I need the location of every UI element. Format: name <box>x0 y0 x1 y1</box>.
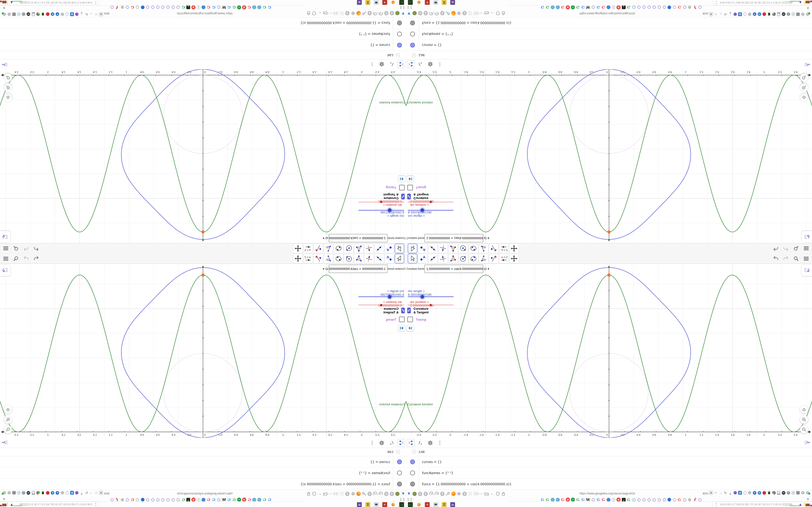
home-button[interactable] <box>800 405 808 413</box>
gear-icon[interactable] <box>60 12 64 16</box>
arc-length-slider-knob[interactable] <box>388 209 392 212</box>
visibility-dot-funcs[interactable] <box>410 20 415 25</box>
app-firefox[interactable] <box>391 0 396 5</box>
favicon-ring[interactable] <box>637 498 641 502</box>
zoom-in-button[interactable] <box>4 83 12 92</box>
trash-icon[interactable] <box>41 491 45 495</box>
folder-icon[interactable] <box>323 11 328 16</box>
pen-icon[interactable] <box>75 491 79 495</box>
app-firefox[interactable] <box>416 0 421 5</box>
cam-icon[interactable] <box>395 491 400 496</box>
app-purple-cat[interactable]: ω <box>450 502 455 507</box>
favicon-ring[interactable] <box>171 498 175 502</box>
ghost-icon[interactable] <box>340 491 344 496</box>
tool-conic[interactable] <box>469 243 478 253</box>
tool-angle[interactable]: α <box>323 254 333 264</box>
arc-length-slider-knob[interactable] <box>420 295 424 299</box>
graphics-view[interactable]: -2.4-2.2-2-1.8-1.6-1.4-1.2-1-0.8-0.6-0.4… <box>406 69 812 243</box>
dot-dark-icon[interactable]: UD <box>27 12 31 16</box>
favicon-ring[interactable] <box>591 498 595 502</box>
dropdown-arrow-icon[interactable]: ▼ <box>487 267 490 271</box>
wrench-icon[interactable] <box>801 12 805 16</box>
algebra-row-curves[interactable]: curves = {} <box>406 40 812 51</box>
favicon-G[interactable]: G <box>596 5 600 9</box>
tree-view-button[interactable] <box>407 60 415 68</box>
favicon-G[interactable]: G <box>267 498 272 502</box>
pinwheel-icon[interactable] <box>772 491 776 495</box>
arc-point[interactable] <box>202 231 204 233</box>
gauge-icon[interactable] <box>378 11 383 16</box>
plus-blue-icon[interactable]: + <box>55 12 60 16</box>
folder-icon[interactable] <box>484 491 489 496</box>
arc-position-slider-knob[interactable] <box>430 201 432 203</box>
tool-circle[interactable] <box>344 243 354 253</box>
globe-icon[interactable] <box>440 491 445 496</box>
clipboard-icon[interactable] <box>31 12 36 16</box>
globe-icon[interactable] <box>418 491 422 496</box>
favicon-ring[interactable] <box>146 5 150 9</box>
favicon-ring[interactable] <box>217 498 221 502</box>
address-url[interactable]: https://www.geogebra.org/classic/aagcxh3… <box>579 492 635 495</box>
favicon-G[interactable]: G <box>131 498 135 502</box>
cam-icon[interactable] <box>412 491 417 496</box>
app-terminal[interactable]: ▸_ <box>408 502 413 507</box>
globe-blue-icon[interactable]: ⊕ <box>791 12 795 16</box>
play-step-button[interactable] <box>407 325 414 331</box>
shield-icon[interactable] <box>312 11 317 16</box>
oval-icon[interactable] <box>65 491 69 495</box>
favicon-ya[interactable]: Я <box>566 5 570 9</box>
globe-icon[interactable] <box>384 491 389 496</box>
gear-icon[interactable] <box>351 491 355 496</box>
favicon-ring[interactable] <box>652 5 656 9</box>
pen-icon[interactable] <box>733 12 737 16</box>
tracing-checkbox[interactable] <box>399 317 405 322</box>
shield-icon[interactable] <box>495 491 500 496</box>
arc-point[interactable] <box>202 274 204 276</box>
favicon-G[interactable]: G <box>627 5 631 9</box>
favicon-ring[interactable] <box>166 5 170 9</box>
tool-perpendicular[interactable] <box>438 243 448 253</box>
favicon-ring[interactable] <box>662 498 666 502</box>
dot-dark-icon[interactable]: UD <box>781 491 785 495</box>
gauge-icon[interactable] <box>429 11 434 16</box>
shield-gray-icon[interactable] <box>786 12 791 16</box>
wrench-icon[interactable] <box>445 11 450 16</box>
favicon-W[interactable]: W <box>586 5 590 9</box>
dot-dark-icon[interactable]: UD <box>27 491 31 495</box>
favicon-G[interactable]: G <box>212 498 216 502</box>
favicon-G[interactable]: G <box>181 498 185 502</box>
tool-point[interactable]: A <box>418 243 427 253</box>
favicon-ring[interactable] <box>161 5 165 9</box>
kite-icon[interactable]: ▼ <box>401 11 406 16</box>
favicon-swirl[interactable] <box>551 498 555 502</box>
favicon-G[interactable]: G <box>581 498 585 502</box>
favicon-wave[interactable]: ~ <box>237 498 241 502</box>
clipboard-icon[interactable] <box>776 12 781 16</box>
ghost-icon[interactable] <box>468 11 472 16</box>
home-button[interactable] <box>4 405 12 413</box>
tool-reflect[interactable] <box>313 243 323 253</box>
curvature-tangent-checkbox[interactable]: ✓ <box>407 307 411 314</box>
favicon-G[interactable]: G <box>227 5 231 9</box>
favicon-G[interactable]: G <box>627 498 631 502</box>
app-floppy64[interactable]: 64 <box>365 0 370 5</box>
graphics-stylebar-toggle[interactable] <box>0 231 10 242</box>
oval-icon[interactable] <box>743 491 747 495</box>
oval-icon[interactable] <box>65 12 69 16</box>
settings-gear-icon[interactable] <box>378 60 386 68</box>
favicon-ring[interactable] <box>156 498 160 502</box>
favicon-G[interactable]: G <box>232 5 236 9</box>
favicon-info[interactable]: i <box>197 5 201 9</box>
app-terminal[interactable]: ▸_ <box>408 0 413 5</box>
favicon-ring[interactable] <box>110 5 114 9</box>
menu-icon[interactable] <box>803 255 810 262</box>
zoom-out-button[interactable] <box>800 426 808 434</box>
home-button[interactable] <box>800 94 808 102</box>
favicon-W[interactable]: W <box>222 5 226 9</box>
arrow-icon[interactable]: → <box>718 12 723 16</box>
settings-gear-icon[interactable] <box>426 439 434 447</box>
tracing-checkbox[interactable] <box>407 317 413 322</box>
favicon-swirl[interactable] <box>257 498 261 502</box>
search-icon[interactable] <box>793 255 800 262</box>
tool-conic[interactable] <box>334 254 343 264</box>
